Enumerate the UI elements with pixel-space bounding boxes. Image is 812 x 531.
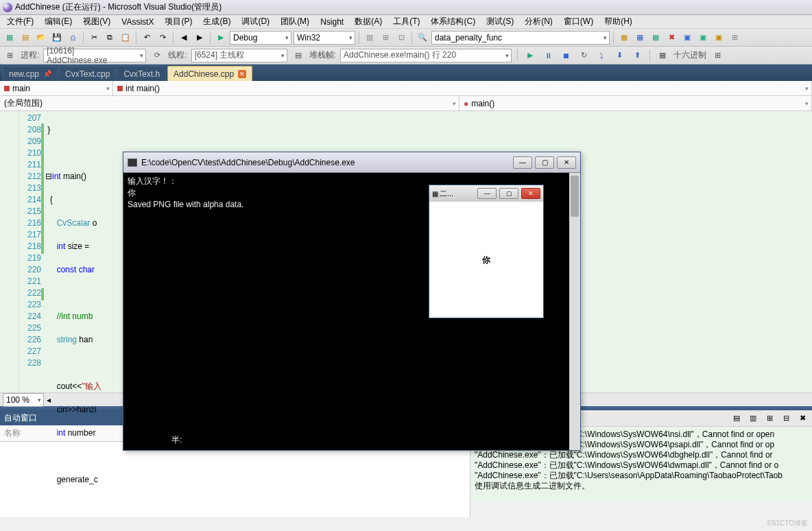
img-minimize-button[interactable]: — bbox=[477, 188, 497, 199]
step-over-icon[interactable]: ⤵ bbox=[595, 49, 608, 62]
gutter bbox=[0, 111, 19, 392]
tab-cvxtext-cpp[interactable]: CvxText.cpp bbox=[59, 66, 116, 81]
thread-combo[interactable]: [6524] 主线程 bbox=[191, 49, 287, 62]
menu-test[interactable]: 测试(S) bbox=[482, 15, 518, 28]
menu-build[interactable]: 生成(B) bbox=[199, 15, 235, 28]
grid-icon-4[interactable]: ✖ bbox=[665, 31, 678, 45]
menu-window[interactable]: 窗口(W) bbox=[560, 15, 597, 28]
editor-tabstrip: new.cpp📌 CvxText.cpp CvxText.h AddChines… bbox=[0, 64, 812, 81]
zoom-combo[interactable]: 100 % bbox=[3, 393, 44, 407]
image-canvas: 你 bbox=[429, 202, 543, 318]
nav-member-combo[interactable]: int main() bbox=[113, 81, 812, 95]
debug-tb-icon[interactable]: ⊞ bbox=[3, 49, 16, 62]
nav-back-icon[interactable]: ◀ bbox=[177, 31, 191, 45]
tab-new-cpp[interactable]: new.cpp📌 bbox=[3, 66, 58, 81]
cut-icon[interactable]: ✂ bbox=[87, 31, 101, 45]
menu-analyze[interactable]: 分析(N) bbox=[521, 15, 557, 28]
platform-combo[interactable]: Win32 bbox=[294, 31, 355, 45]
minimize-button[interactable]: — bbox=[513, 156, 532, 169]
imgwin-title-text: 二... bbox=[440, 189, 453, 199]
thread-label: 线程: bbox=[168, 49, 187, 61]
grid-icon-7[interactable]: ▣ bbox=[712, 31, 726, 45]
maximize-button[interactable]: ▢ bbox=[535, 156, 554, 169]
grid-icon-3[interactable]: ▦ bbox=[649, 31, 662, 45]
more-icon[interactable]: ⊞ bbox=[710, 49, 724, 62]
tab-addchinese-cpp[interactable]: AddChinese.cpp✕ bbox=[167, 66, 252, 81]
paste-icon[interactable]: 📋 bbox=[119, 31, 132, 45]
menu-debug[interactable]: 调试(D) bbox=[237, 15, 274, 28]
img-close-button[interactable]: ✕ bbox=[521, 188, 540, 199]
menu-arch[interactable]: 体系结构(C) bbox=[427, 15, 479, 28]
console-title-text: E:\code\OpenCV\test\AddChinese\Debug\Add… bbox=[141, 158, 355, 167]
console-scrollbar[interactable] bbox=[569, 173, 580, 450]
menu-team[interactable]: 团队(M) bbox=[276, 15, 313, 28]
hex-icon[interactable]: ▦ bbox=[656, 49, 669, 62]
config-combo[interactable]: Debug bbox=[230, 31, 291, 45]
image-window[interactable]: ▦ 二... — ▢ ✕ 你 bbox=[429, 185, 544, 318]
close-button[interactable]: ✕ bbox=[557, 156, 576, 169]
grid-icon-5[interactable]: ▣ bbox=[680, 31, 694, 45]
stack-combo[interactable]: AddChinese.exe!main() 行 220 bbox=[340, 49, 512, 62]
imgwin-icon: ▦ bbox=[432, 190, 438, 198]
vs-icon bbox=[3, 3, 12, 12]
toolbar-debug: ⊞ 进程: [10616] AddChinese.exe ⟳ 线程: [6524… bbox=[0, 47, 812, 64]
toolbar-main: ▦ ▤ 📂 💾 ⎙ ✂ ⧉ 📋 ↶ ↷ ◀ ▶ ▶ Debug Win32 ▥ … bbox=[0, 29, 812, 47]
console-icon bbox=[128, 158, 137, 167]
menu-vassistx[interactable]: VAssistX bbox=[117, 16, 158, 27]
tab-cvxtext-h[interactable]: CvxText.h bbox=[117, 66, 166, 81]
stack-icon[interactable]: ▤ bbox=[291, 49, 305, 62]
step-out-icon[interactable]: ⬆ bbox=[630, 49, 644, 62]
thread-icon[interactable]: ⟳ bbox=[150, 49, 164, 62]
image-titlebar[interactable]: ▦ 二... — ▢ ✕ bbox=[429, 185, 543, 202]
find-combo[interactable]: data_penalty_func bbox=[431, 31, 610, 45]
menu-file[interactable]: 文件(F) bbox=[3, 15, 38, 28]
save-all-icon[interactable]: ⎙ bbox=[66, 31, 80, 45]
add-item-icon[interactable]: ▤ bbox=[19, 31, 32, 45]
continue-icon[interactable]: ▶ bbox=[523, 49, 537, 62]
scope-left[interactable]: (全局范围) bbox=[0, 96, 459, 110]
watermark: ©51CTO博客 bbox=[767, 519, 808, 528]
save-icon[interactable]: 💾 bbox=[50, 31, 64, 45]
grid-icon-6[interactable]: ▣ bbox=[696, 31, 710, 45]
window-titlebar: AddChinese (正在运行) - Microsoft Visual Stu… bbox=[0, 0, 812, 15]
redo-icon[interactable]: ↷ bbox=[156, 31, 169, 45]
window-title: AddChinese (正在运行) - Microsoft Visual Stu… bbox=[15, 1, 222, 13]
hex-label[interactable]: 十六进制 bbox=[673, 49, 706, 61]
tool-icon-3[interactable]: ⊡ bbox=[394, 31, 408, 45]
menu-edit[interactable]: 编辑(E) bbox=[40, 15, 76, 28]
open-icon[interactable]: 📂 bbox=[34, 31, 48, 45]
grid-icon-1[interactable]: ▦ bbox=[617, 31, 631, 45]
nav-scope-combo[interactable]: main bbox=[0, 81, 113, 95]
find-icon[interactable]: 🔍 bbox=[416, 31, 429, 45]
menu-help[interactable]: 帮助(H) bbox=[600, 15, 636, 28]
grid-icon-2[interactable]: ▦ bbox=[633, 31, 647, 45]
grid-icon-8[interactable]: ⊞ bbox=[728, 31, 741, 45]
menu-tools[interactable]: 工具(T) bbox=[389, 15, 424, 28]
menu-project[interactable]: 项目(P) bbox=[160, 15, 196, 28]
tool-icon-1[interactable]: ▥ bbox=[363, 31, 377, 45]
restart-icon[interactable]: ↻ bbox=[577, 49, 590, 62]
menu-nsight[interactable]: Nsight bbox=[316, 16, 348, 27]
process-combo[interactable]: [10616] AddChinese.exe bbox=[43, 49, 146, 62]
stop-icon[interactable]: ⏹ bbox=[559, 49, 573, 62]
copy-icon[interactable]: ⧉ bbox=[103, 31, 117, 45]
scopebar: (全局范围) ●main() bbox=[0, 96, 812, 111]
pin-icon[interactable]: 📌 bbox=[43, 70, 51, 78]
pause-icon[interactable]: ⏸ bbox=[541, 49, 555, 62]
nav-fwd-icon[interactable]: ▶ bbox=[193, 31, 206, 45]
step-into-icon[interactable]: ⬇ bbox=[612, 49, 626, 62]
undo-icon[interactable]: ↶ bbox=[140, 31, 154, 45]
scope-right[interactable]: ●main() bbox=[459, 96, 812, 110]
start-debug-icon[interactable]: ▶ bbox=[214, 31, 228, 45]
process-label: 进程: bbox=[21, 49, 39, 61]
console-titlebar[interactable]: E:\code\OpenCV\test\AddChinese\Debug\Add… bbox=[123, 152, 580, 173]
tool-icon-2[interactable]: ⊞ bbox=[379, 31, 392, 45]
menubar: 文件(F) 编辑(E) 视图(V) VAssistX 项目(P) 生成(B) 调… bbox=[0, 15, 812, 29]
new-project-icon[interactable]: ▦ bbox=[3, 31, 16, 45]
img-maximize-button[interactable]: ▢ bbox=[499, 188, 518, 199]
stack-label: 堆栈帧: bbox=[309, 49, 336, 61]
close-icon[interactable]: ✕ bbox=[238, 70, 246, 78]
menu-view[interactable]: 视图(V) bbox=[79, 15, 115, 28]
navbar: main int main() bbox=[0, 81, 812, 96]
menu-data[interactable]: 数据(A) bbox=[350, 15, 386, 28]
